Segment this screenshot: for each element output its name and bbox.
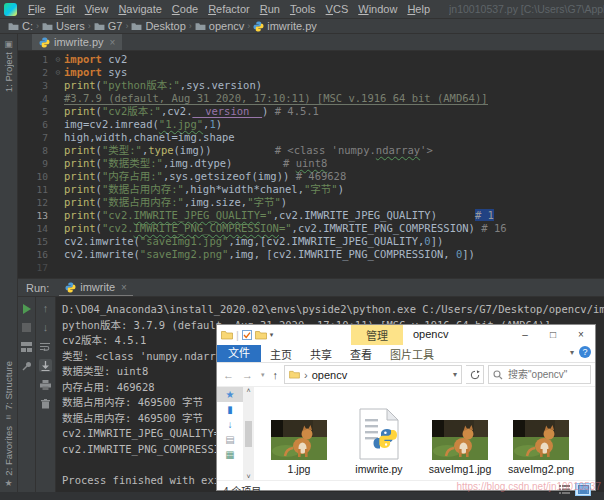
file-item-1-jpg[interactable]: 1.jpg (263, 389, 335, 475)
restore-layout-button[interactable] (20, 340, 33, 353)
code-line[interactable]: 11print("数据占用内存:",high*width*chanel,"字节"… (18, 183, 604, 196)
search-input[interactable] (506, 368, 586, 381)
navigation-pane: ★▮↓▤▦ (217, 387, 243, 480)
close-button[interactable]: × (567, 325, 595, 345)
history-caret-icon[interactable]: ▾ (259, 371, 267, 379)
menu-run[interactable]: Run (255, 3, 285, 15)
code-line: 17 (18, 261, 604, 274)
menu-refactor[interactable]: Refactor (203, 3, 255, 15)
breadcrumb-item-users[interactable]: Users (40, 20, 87, 32)
close-icon[interactable]: × (110, 37, 116, 48)
nav-pane-scrollbar[interactable]: ˄ ˅ (243, 387, 254, 480)
new-folder-icon[interactable] (255, 330, 267, 340)
downloads-icon[interactable]: ↓ (217, 417, 243, 432)
print-icon[interactable] (39, 378, 52, 391)
up-icon[interactable]: ↑ (271, 369, 281, 381)
soft-wrap-icon[interactable] (39, 340, 52, 353)
breadcrumb-item-imwritepy[interactable]: imwrite.py (251, 20, 319, 32)
stop-button[interactable] (20, 321, 33, 334)
menu-file[interactable]: File (23, 3, 51, 15)
toolwindow-button-favorites[interactable]: 2: Favorites ★ (0, 426, 17, 488)
scroll-up-icon[interactable]: ˄ (246, 387, 250, 394)
customize-caret-icon[interactable]: ▾ (270, 331, 274, 339)
code-line[interactable]: 1⊝import cv2 (18, 53, 604, 66)
code-editor[interactable]: 1⊝import cv22⊝import sys3print("python版本… (18, 51, 604, 280)
run-tab-imwrite[interactable]: imwrite × (59, 279, 133, 297)
code-line[interactable]: 15cv2.imwrite("saveImg1.jpg",img,[cv2.IM… (18, 235, 604, 248)
code-line[interactable]: 5print("cv2版本:",cv2.__version__) # 4.5.1 (18, 105, 604, 118)
code-line[interactable]: 4#3.7.9 (default, Aug 31 2020, 17:10:11)… (18, 92, 604, 105)
drive-icon[interactable]: ▮ (217, 402, 243, 417)
fold-marker-icon[interactable]: ⊝ (52, 53, 64, 66)
code-line[interactable]: 13print("cv2.IMWRITE_JPEG_QUALITY=",cv2.… (18, 209, 604, 222)
clear-trash-icon[interactable] (39, 397, 52, 410)
help-icon[interactable]: ? (579, 346, 591, 358)
breadcrumb-item-desktop[interactable]: Desktop (129, 20, 187, 32)
ribbon-tab-3[interactable]: 查看 (341, 346, 381, 362)
breadcrumb-item-c[interactable]: C: (6, 20, 35, 32)
file-item-imwrite-py[interactable]: imwrite.py (343, 389, 415, 475)
code-line[interactable]: 6img=cv2.imread("1.jpg",1) (18, 118, 604, 131)
minimize-button[interactable]: – (511, 325, 539, 345)
search-box[interactable] (488, 365, 591, 384)
code-line[interactable]: 12print("数据占用内存:",img.size,"字节") (18, 196, 604, 209)
code-line[interactable]: 14print("cv2.IMWRITE_PNG_COMPRESSION=",c… (18, 222, 604, 235)
quick-access-star-icon[interactable]: ★ (217, 387, 243, 402)
scrollbar-thumb[interactable] (245, 421, 252, 447)
tab-imwrite-py[interactable]: imwrite.py × (32, 34, 122, 50)
breadcrumb-item-opencv[interactable]: opencv (193, 20, 246, 32)
toolwindow-button-project[interactable]: ▣ 1: Project (0, 40, 17, 92)
pictures-icon[interactable]: ▦ (217, 447, 243, 462)
collapse-ribbon-icon[interactable]: ▾ (570, 348, 574, 357)
menu-navigate[interactable]: Navigate (113, 3, 166, 15)
documents-icon[interactable]: ▤ (217, 432, 243, 447)
file-item-saveimg2-png[interactable]: saveImg2.png (505, 389, 577, 475)
toolwindow-button-structure[interactable]: 7: Structure ≡ (0, 361, 17, 422)
fold-gutter (52, 79, 64, 92)
rerun-button[interactable] (20, 302, 33, 315)
ribbon-tab-4[interactable]: 图片工具 (381, 346, 443, 362)
code-line[interactable]: 3print("python版本:",sys.version) (18, 79, 604, 92)
menu-help[interactable]: Help (402, 3, 435, 15)
documents-icon: ▤ (225, 434, 234, 445)
console-toolbar: ↑ ↓ (36, 297, 56, 492)
back-icon[interactable]: ← (221, 369, 236, 381)
file-item-saveimg1-jpg[interactable]: saveImg1.jpg (424, 389, 496, 475)
fold-marker-icon[interactable]: ⊝ (52, 66, 64, 79)
forward-icon[interactable]: → (240, 369, 255, 381)
close-icon[interactable]: × (121, 282, 127, 293)
menu-window[interactable]: Window (353, 3, 402, 15)
maximize-button[interactable]: □ (539, 325, 567, 345)
line-number: 13 (18, 209, 52, 222)
code-line[interactable]: 8print("类型:",type(img)) # <class 'numpy.… (18, 144, 604, 157)
scroll-down-icon[interactable]: ˅ (246, 473, 250, 480)
code-line[interactable]: 10print("内存占用:",sys.getsizeof(img)) # 46… (18, 170, 604, 183)
menu-tools[interactable]: Tools (285, 3, 321, 15)
down-stacktrace-icon[interactable]: ↓ (39, 321, 52, 334)
ribbon-tab-2[interactable]: 共享 (301, 346, 341, 362)
fold-gutter (52, 209, 64, 222)
address-input[interactable]: › opencv ▾ (284, 365, 462, 384)
menu-edit[interactable]: Edit (51, 3, 80, 15)
pin-icon[interactable] (20, 359, 33, 372)
code-line[interactable]: 9print("数据类型:",img.dtype) # uint8 (18, 157, 604, 170)
refresh-button[interactable] (466, 365, 484, 384)
address-caret-icon[interactable]: ▾ (453, 370, 457, 379)
structure-icon: ≡ (6, 413, 11, 422)
menu-view[interactable]: View (80, 3, 114, 15)
ribbon-tab-0[interactable]: 文件 (217, 345, 261, 362)
menu-code[interactable]: Code (167, 3, 203, 15)
menu-vcs[interactable]: VCS (321, 3, 354, 15)
up-stacktrace-icon[interactable]: ↑ (39, 302, 52, 315)
code-line[interactable]: 7high,width,chanel=img.shape (18, 131, 604, 144)
breadcrumb-item-g7[interactable]: G7 (92, 20, 125, 32)
cat-photo-thumbnail (513, 420, 569, 460)
explorer-title-bar[interactable]: | ▾ 管理 opencv – □ × (217, 325, 595, 345)
scroll-to-end-icon[interactable] (39, 359, 52, 372)
properties-check-icon[interactable] (242, 330, 252, 340)
ribbon-tab-1[interactable]: 主页 (261, 346, 301, 362)
manage-contextual-tab[interactable]: 管理 (351, 325, 403, 345)
code-line[interactable]: 16cv2.imwrite("saveImg2.png",img, [cv2.I… (18, 248, 604, 261)
code-line[interactable]: 2⊝import sys (18, 66, 604, 79)
toolwindow-label: 7: Structure (3, 361, 14, 410)
